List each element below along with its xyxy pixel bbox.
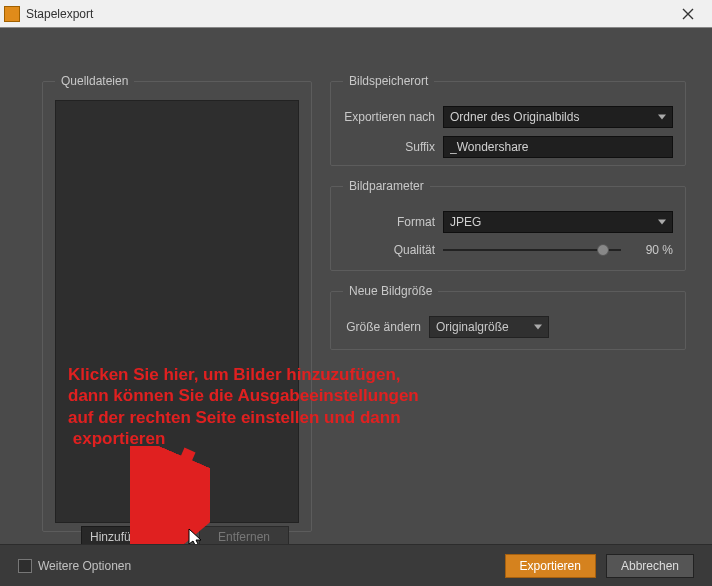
export-to-dropdown[interactable]: Ordner des Originalbilds xyxy=(443,106,673,128)
footer: Weitere Optionen Exportieren Abbrechen xyxy=(0,544,712,586)
quality-label: Qualität xyxy=(343,243,443,257)
export-to-value: Ordner des Originalbilds xyxy=(450,110,579,124)
chevron-down-icon xyxy=(534,325,542,330)
slider-track xyxy=(443,249,621,251)
close-icon xyxy=(682,8,694,20)
export-button-label: Exportieren xyxy=(520,559,581,573)
chevron-down-icon xyxy=(170,535,178,540)
remove-button-label: Entfernen xyxy=(218,530,270,544)
resize-value: Originalgröße xyxy=(436,320,509,334)
dialog-content: Quelldateien Bildspeicherort Exportieren… xyxy=(0,28,712,544)
resize-label: Größe ändern xyxy=(343,320,429,334)
resize-dropdown[interactable]: Originalgröße xyxy=(429,316,549,338)
chevron-down-icon xyxy=(658,220,666,225)
app-icon xyxy=(4,6,20,22)
source-file-list[interactable] xyxy=(55,100,299,523)
format-value: JPEG xyxy=(450,215,481,229)
group-parameters-legend: Bildparameter xyxy=(343,179,430,193)
quality-slider[interactable] xyxy=(443,241,621,259)
group-new-size-legend: Neue Bildgröße xyxy=(343,284,438,298)
more-options-checkbox[interactable] xyxy=(18,559,32,573)
group-source-files-legend: Quelldateien xyxy=(55,74,134,88)
titlebar: Stapelexport xyxy=(0,0,712,28)
remove-button[interactable]: Entfernen xyxy=(199,526,289,544)
window-title: Stapelexport xyxy=(26,7,668,21)
group-storage-legend: Bildspeicherort xyxy=(343,74,434,88)
add-button-label: Hinzufügen … xyxy=(90,530,166,544)
close-button[interactable] xyxy=(668,0,708,28)
group-new-size: Neue Bildgröße Größe ändern Originalgröß… xyxy=(330,284,686,350)
more-options-label: Weitere Optionen xyxy=(38,559,131,573)
group-source-files: Quelldateien xyxy=(42,74,312,532)
format-label: Format xyxy=(343,215,443,229)
cancel-button-label: Abbrechen xyxy=(621,559,679,573)
format-dropdown[interactable]: JPEG xyxy=(443,211,673,233)
chevron-down-icon xyxy=(658,115,666,120)
quality-value: 90 % xyxy=(633,243,673,257)
group-parameters: Bildparameter Format JPEG Qualität 90 % xyxy=(330,179,686,271)
export-to-label: Exportieren nach xyxy=(343,110,443,124)
slider-thumb[interactable] xyxy=(597,244,609,256)
add-button[interactable]: Hinzufügen … xyxy=(81,526,185,544)
suffix-label: Suffix xyxy=(343,140,443,154)
group-storage: Bildspeicherort Exportieren nach Ordner … xyxy=(330,74,686,166)
cancel-button[interactable]: Abbrechen xyxy=(606,554,694,578)
export-button[interactable]: Exportieren xyxy=(505,554,596,578)
suffix-input[interactable] xyxy=(443,136,673,158)
